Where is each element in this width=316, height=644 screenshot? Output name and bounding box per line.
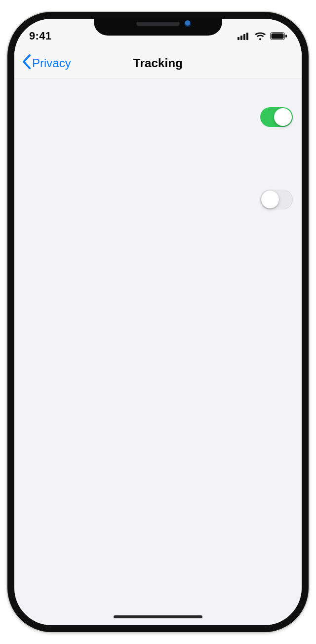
cellular-icon — [237, 32, 250, 40]
chevron-left-icon — [22, 54, 31, 72]
toggle-knob — [261, 191, 279, 208]
svg-rect-5 — [272, 34, 284, 39]
nav-bar: Privacy Tracking — [14, 47, 302, 79]
iphone-frame: 9:41 — [7, 12, 309, 632]
status-indicators — [237, 32, 287, 40]
home-indicator[interactable] — [114, 615, 202, 618]
battery-icon — [270, 32, 287, 40]
screen-background — [14, 19, 302, 625]
wifi-icon — [254, 32, 266, 40]
back-label: Privacy — [32, 56, 71, 70]
svg-rect-1 — [240, 36, 242, 40]
page-title: Tracking — [133, 56, 183, 70]
svg-rect-3 — [246, 33, 248, 40]
app-toggle[interactable] — [260, 190, 293, 209]
svg-rect-2 — [243, 34, 245, 40]
status-time: 9:41 — [29, 30, 51, 42]
front-camera — [184, 20, 192, 28]
toggle-knob — [274, 108, 292, 126]
svg-rect-0 — [237, 37, 239, 40]
earpiece — [136, 22, 180, 26]
device-notch — [94, 12, 222, 36]
svg-rect-6 — [285, 35, 287, 38]
back-button[interactable]: Privacy — [18, 47, 75, 79]
allow-request-toggle[interactable] — [260, 107, 293, 127]
